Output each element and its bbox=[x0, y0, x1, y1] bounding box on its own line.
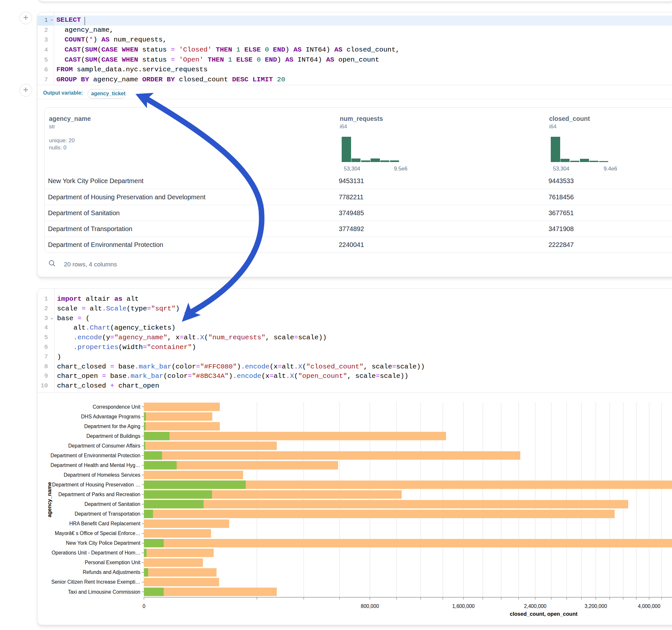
svg-text:Department for the Aging: Department for the Aging bbox=[84, 423, 140, 429]
svg-text:Correspondence Unit: Correspondence Unit bbox=[93, 404, 141, 410]
svg-text:Operations Unit - Department o: Operations Unit - Department of Hom… bbox=[51, 550, 140, 555]
svg-text:0: 0 bbox=[143, 603, 146, 609]
svg-text:Department of Buildings: Department of Buildings bbox=[87, 433, 141, 439]
svg-text:Mayorâ€ s Office of Special En: Mayorâ€ s Office of Special Enforce… bbox=[55, 531, 140, 536]
svg-text:Refunds and Adjustments: Refunds and Adjustments bbox=[83, 570, 140, 575]
svg-text:Department of Transportation: Department of Transportation bbox=[75, 511, 140, 516]
svg-text:Department of Housing Preserva: Department of Housing Preservation … bbox=[52, 482, 140, 487]
svg-text:Department of Parks and Recrea: Department of Parks and Recreation bbox=[58, 492, 140, 497]
svg-text:closed_count, open_count: closed_count, open_count bbox=[510, 611, 578, 617]
svg-text:New York City Police Departmen: New York City Police Department bbox=[66, 540, 140, 546]
svg-text:Department of Sanitation: Department of Sanitation bbox=[85, 501, 141, 507]
svg-text:Personal Exemption Unit: Personal Exemption Unit bbox=[85, 560, 140, 565]
svg-text:Department of Homeless Service: Department of Homeless Services bbox=[64, 472, 140, 478]
svg-text:Department of Environmental Pr: Department of Environmental Protection bbox=[51, 453, 140, 458]
svg-text:DHS Advantage Programs: DHS Advantage Programs bbox=[81, 414, 140, 419]
svg-text:4,000,000: 4,000,000 bbox=[638, 603, 661, 609]
svg-text:HRA Benefit Card Replacement: HRA Benefit Card Replacement bbox=[69, 521, 141, 526]
svg-text:Senior Citizen Rent Increase E: Senior Citizen Rent Increase Exempti… bbox=[51, 579, 140, 585]
svg-text:Department of Health and Menta: Department of Health and Mental Hyg… bbox=[51, 462, 140, 468]
svg-text:agency_name: agency_name bbox=[46, 482, 52, 517]
svg-text:1,600,000: 1,600,000 bbox=[452, 603, 475, 609]
svg-text:3,200,000: 3,200,000 bbox=[584, 603, 607, 609]
svg-text:800,000: 800,000 bbox=[361, 603, 379, 609]
svg-text:2,400,000: 2,400,000 bbox=[524, 603, 547, 609]
svg-text:Department of Consumer Affairs: Department of Consumer Affairs bbox=[68, 443, 141, 449]
svg-text:Taxi and Limousine Commission: Taxi and Limousine Commission bbox=[68, 589, 140, 595]
